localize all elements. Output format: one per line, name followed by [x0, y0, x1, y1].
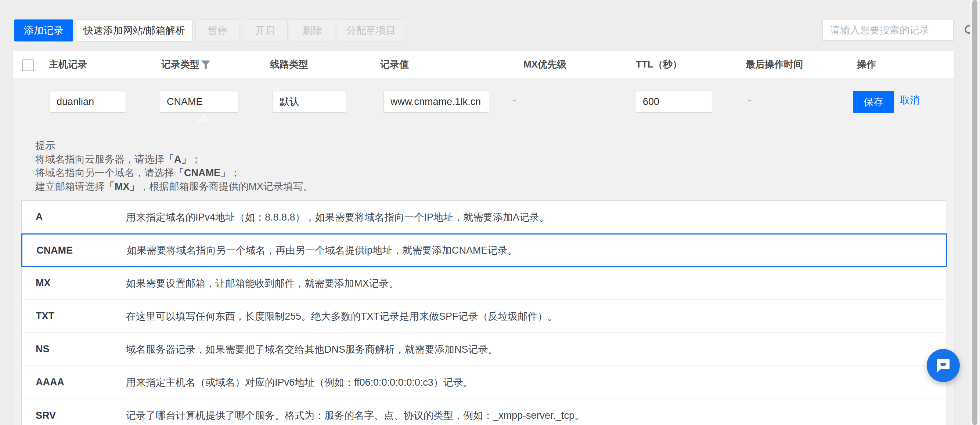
vertical-scrollbar-track: [970, 0, 980, 425]
select-all-checkbox[interactable]: [22, 59, 34, 71]
help-tip-line: 将域名指向云服务器，请选择「A」；: [35, 153, 201, 166]
header-type: 记录类型: [161, 51, 199, 78]
mx-priority-value: -: [513, 78, 516, 122]
header-last-operated: 最后操作时间: [746, 51, 803, 78]
assign-project-button[interactable]: 分配至项目: [338, 19, 404, 41]
ttl-input[interactable]: [636, 90, 712, 113]
header-ttl: TTL（秒）: [636, 51, 682, 78]
record-type-select[interactable]: [160, 90, 239, 113]
record-type-label: NS: [36, 344, 126, 355]
record-type-row-ns[interactable]: NS 域名服务器记录，如果需要把子域名交给其他DNS服务商解析，就需要添加NS记…: [22, 333, 946, 366]
cancel-link[interactable]: 取消: [900, 78, 920, 122]
line-type-select[interactable]: [272, 90, 346, 113]
header-value: 记录值: [380, 51, 409, 78]
record-value-input[interactable]: [383, 90, 489, 113]
enable-button[interactable]: 开启: [243, 19, 288, 41]
help-tip-line: 建立邮箱请选择「MX」，根据邮箱服务商提供的MX记录填写。: [35, 180, 313, 193]
records-panel: 主机记录 记录类型 线路类型 记录值 MX优先级 TTL（秒） 最后操作时间 操…: [13, 51, 954, 425]
record-type-label: SRV: [36, 410, 126, 421]
record-type-description: 用来指定主机名（或域名）对应的IPv6地址（例如：ff06:0:0:0:0:0:…: [126, 376, 946, 389]
header-host: 主机记录: [49, 51, 87, 78]
record-type-label: MX: [36, 278, 126, 289]
record-type-description: 如果需要将域名指向另一个域名，再由另一个域名提供ip地址，就需要添加CNAME记…: [127, 244, 946, 257]
record-type-row-txt[interactable]: TXT 在这里可以填写任何东西，长度限制255。绝大多数的TXT记录是用来做SP…: [22, 300, 946, 333]
vertical-scrollbar-thumb[interactable]: [972, 0, 977, 425]
record-type-row-cname[interactable]: CNAME 如果需要将域名指向另一个域名，再由另一个域名提供ip地址，就需要添加…: [21, 233, 947, 267]
save-button[interactable]: 保存: [853, 91, 894, 113]
delete-button[interactable]: 删除: [290, 19, 335, 41]
help-tip-line: 将域名指向另一个域名，请选择「CNAME」；: [35, 166, 240, 179]
header-actions: 操作: [857, 51, 876, 78]
record-type-row-srv[interactable]: SRV 记录了哪台计算机提供了哪个服务。格式为：服务的名字、点、协议的类型，例如…: [22, 399, 946, 425]
record-edit-row: - - 保存 取消: [13, 78, 954, 122]
search-input[interactable]: [823, 25, 964, 36]
record-type-table: A 用来指定域名的IPv4地址（如：8.8.8.8），如果需要将域名指向一个IP…: [21, 200, 946, 425]
filter-icon[interactable]: [200, 59, 211, 70]
record-type-row-a[interactable]: A 用来指定域名的IPv4地址（如：8.8.8.8），如果需要将域名指向一个IP…: [22, 201, 946, 234]
record-type-description: 记录了哪台计算机提供了哪个服务。格式为：服务的名字、点、协议的类型，例如：_xm…: [126, 409, 946, 422]
last-operated-value: -: [748, 78, 751, 122]
record-type-label: CNAME: [37, 245, 127, 256]
record-type-description: 域名服务器记录，如果需要把子域名交给其他DNS服务商解析，就需要添加NS记录。: [126, 343, 946, 356]
record-type-description: 用来指定域名的IPv4地址（如：8.8.8.8），如果需要将域名指向一个IP地址…: [126, 211, 946, 224]
add-record-button[interactable]: 添加记录: [14, 19, 73, 41]
search-box: [822, 20, 953, 41]
header-line: 线路类型: [270, 51, 308, 78]
chat-support-button[interactable]: [927, 349, 960, 382]
record-type-row-aaaa[interactable]: AAAA 用来指定主机名（或域名）对应的IPv6地址（例如：ff06:0:0:0…: [22, 366, 946, 399]
chat-bubble-icon: [935, 357, 952, 374]
pause-button[interactable]: 暂停: [196, 19, 240, 41]
header-mx-priority: MX优先级: [523, 51, 566, 78]
table-header-row: 主机记录 记录类型 线路类型 记录值 MX优先级 TTL（秒） 最后操作时间 操…: [13, 51, 954, 78]
record-type-help-panel: 提示 将域名指向云服务器，请选择「A」； 将域名指向另一个域名，请选择「CNAM…: [13, 122, 954, 425]
record-type-description: 如果需要设置邮箱，让邮箱能收到邮件，就需要添加MX记录。: [126, 277, 946, 290]
record-type-description: 在这里可以填写任何东西，长度限制255。绝大多数的TXT记录是用来做SPF记录（…: [126, 310, 946, 323]
dns-records-page: 添加记录 快速添加网站/邮箱解析 暂停 开启 删除 分配至项目 主机记录 记录类…: [0, 0, 980, 425]
help-title: 提示: [35, 139, 55, 152]
record-type-label: AAAA: [36, 377, 126, 388]
record-type-row-mx[interactable]: MX 如果需要设置邮箱，让邮箱能收到邮件，就需要添加MX记录。: [22, 267, 946, 300]
host-input[interactable]: [49, 90, 126, 113]
record-type-label: TXT: [36, 311, 126, 322]
record-type-label: A: [36, 211, 126, 223]
quick-add-button[interactable]: 快速添加网站/邮箱解析: [76, 19, 192, 41]
